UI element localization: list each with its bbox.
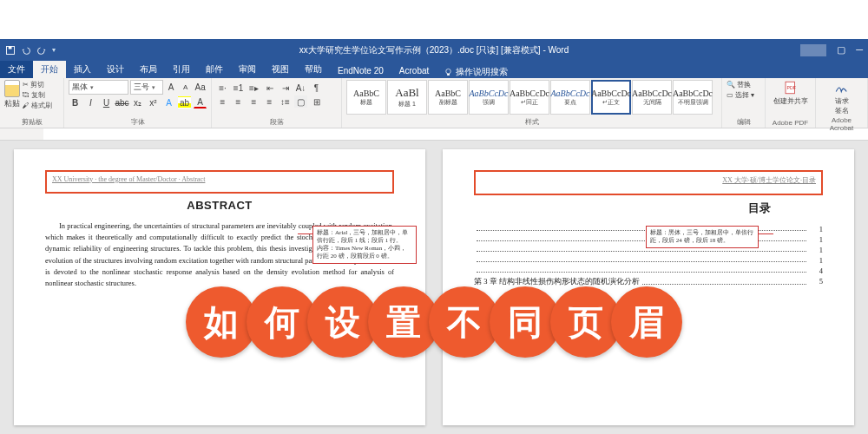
increase-indent-icon[interactable]: ⇥ — [279, 82, 292, 94]
font-color-icon[interactable]: A — [194, 96, 207, 108]
grow-font-icon[interactable]: A — [165, 82, 178, 94]
page1-header-text: XX University · the degree of Master/Doc… — [52, 175, 387, 183]
qat-more-icon[interactable]: ▾ — [52, 46, 56, 54]
multilevel-icon[interactable]: ≡▸ — [247, 82, 260, 94]
tell-me[interactable]: 操作说明搜索 — [444, 66, 508, 78]
group-paragraph: ≡· ≡1 ≡▸ ⇤ ⇥ A↓ ¶ ≡ ≡ ≡ ≡ ↕≡ ▢ ⊞ 段落 — [212, 78, 342, 128]
redo-icon[interactable] — [36, 45, 47, 56]
font-size-combo[interactable]: 三号▾ — [130, 80, 163, 95]
style-↵回正[interactable]: AaBbCcDc↵回正 — [510, 80, 549, 115]
shrink-font-icon[interactable]: A — [179, 82, 192, 94]
style-标题 1[interactable]: AaBl标题 1 — [387, 80, 427, 115]
tab-endnote[interactable]: EndNote 20 — [330, 63, 391, 78]
page1-header-highlight: XX University · the degree of Master/Doc… — [45, 170, 394, 194]
select-button[interactable]: ▭ 选择▾ — [727, 90, 760, 100]
tell-me-label: 操作说明搜索 — [456, 66, 508, 78]
page2-header-highlight: XX 大学·硕/博士学位论文·目录 — [474, 170, 823, 195]
page2-header-text: XX 大学·硕/博士学位论文·目录 — [481, 175, 816, 185]
page-1: XX University · the degree of Master/Doc… — [14, 149, 425, 425]
tab-home[interactable]: 开始 — [33, 61, 66, 78]
group-paragraph-label: 段落 — [216, 116, 337, 127]
style-副标题[interactable]: AaBbC副标题 — [428, 80, 468, 115]
save-icon[interactable] — [5, 45, 16, 56]
subscript-button[interactable]: x₂ — [131, 96, 144, 108]
tab-mailings[interactable]: 邮件 — [198, 61, 231, 78]
group-styles: AaBbC标题AaBl标题 1AaBbC副标题AaBbCcDc强调AaBbCcD… — [342, 78, 722, 128]
lightbulb-icon — [444, 68, 453, 77]
tab-design[interactable]: 设计 — [99, 61, 132, 78]
style-标题[interactable]: AaBbC标题 — [346, 80, 386, 115]
svg-rect-3 — [447, 73, 450, 75]
bold-button[interactable]: B — [69, 96, 82, 108]
borders-icon[interactable]: ⊞ — [310, 95, 323, 108]
copy-button[interactable]: ⿻ 复制 — [23, 90, 52, 100]
group-clipboard: 粘贴 ✂ 剪切 ⿻ 复制 🖌 格式刷 剪贴板 — [0, 78, 64, 128]
group-editing: 🔍 替换 ▭ 选择▾ 编辑 — [722, 78, 766, 128]
paste-button[interactable]: 粘贴 — [4, 80, 20, 110]
group-acrobat-label: Adobe Acrobat — [820, 115, 863, 132]
style-无间隔[interactable]: AaBbCcDc无间隔 — [632, 80, 672, 115]
horizontal-ruler[interactable] — [0, 128, 868, 141]
signature-icon — [834, 80, 850, 95]
align-left-icon[interactable]: ≡ — [216, 95, 229, 108]
cut-button[interactable]: ✂ 剪切 — [23, 80, 52, 89]
undo-icon[interactable] — [21, 45, 31, 56]
bullets-icon[interactable]: ≡· — [216, 82, 229, 94]
styles-gallery[interactable]: AaBbC标题AaBl标题 1AaBbC副标题AaBbCcDc强调AaBbCcD… — [346, 80, 717, 115]
text-effect-icon[interactable]: A — [162, 96, 175, 108]
toc-entry: 第 3 章 结构非线性损伤构形状态的随机演化分析5 — [474, 277, 823, 287]
svg-rect-1 — [9, 46, 12, 49]
tab-insert[interactable]: 插入 — [66, 61, 99, 78]
ribbon-options-icon[interactable]: ▢ — [837, 44, 845, 56]
align-right-icon[interactable]: ≡ — [247, 95, 260, 108]
italic-button[interactable]: I — [84, 96, 97, 108]
pdf-share-icon: PDF — [783, 80, 799, 95]
style-↵正文[interactable]: AaBbCcDc↵正文 — [591, 80, 631, 115]
tab-view[interactable]: 视图 — [264, 61, 297, 78]
group-font: 黑体▾ 三号▾ A A Aa B I U abc x₂ x² A ab A 字体 — [64, 78, 212, 128]
tab-help[interactable]: 帮助 — [297, 61, 330, 78]
page1-callout: 标题：Arial，三号，加粗居中，单倍行距，段后 1 线；段后 1 行。 内容：… — [312, 226, 417, 264]
replace-button[interactable]: 🔍 替换 — [727, 80, 760, 89]
svg-point-2 — [446, 69, 451, 74]
toc-entry: 4 — [474, 266, 823, 275]
toc-entry: 1 — [474, 256, 823, 265]
style-要点[interactable]: AaBbCcDc要点 — [550, 80, 590, 115]
tab-layout[interactable]: 布局 — [132, 61, 165, 78]
group-font-label: 字体 — [69, 116, 207, 127]
group-adobe-label: Adobe PDF — [770, 118, 811, 127]
document-area[interactable]: XX University · the degree of Master/Doc… — [0, 141, 868, 434]
tab-review[interactable]: 审阅 — [231, 61, 264, 78]
numbering-icon[interactable]: ≡1 — [232, 82, 245, 94]
ribbon: 粘贴 ✂ 剪切 ⿻ 复制 🖌 格式刷 剪贴板 黑体▾ 三号▾ A A Aa B … — [0, 78, 868, 128]
ribbon-tabs: 文件 开始 插入 设计 布局 引用 邮件 审阅 视图 帮助 EndNote 20… — [0, 61, 868, 78]
sort-icon[interactable]: A↓ — [294, 82, 307, 94]
clear-format-icon[interactable]: Aa — [194, 82, 207, 94]
group-clipboard-label: 剪贴板 — [4, 116, 59, 127]
align-center-icon[interactable]: ≡ — [232, 95, 245, 108]
highlight-icon[interactable]: ab — [178, 96, 191, 108]
format-painter-button[interactable]: 🖌 格式刷 — [23, 101, 52, 110]
show-marks-icon[interactable]: ¶ — [310, 82, 323, 94]
create-share-pdf-button[interactable]: PDF 创建并共享 — [770, 80, 811, 106]
quick-access-toolbar: ▾ — [5, 45, 56, 56]
request-sign-button[interactable]: 请求 签名 — [820, 80, 863, 115]
line-spacing-icon[interactable]: ↕≡ — [279, 95, 292, 108]
style-强调[interactable]: AaBbCcDc强调 — [469, 80, 509, 115]
tab-file[interactable]: 文件 — [0, 61, 33, 78]
tab-acrobat[interactable]: Acrobat — [391, 63, 437, 78]
account-block[interactable] — [800, 44, 826, 56]
justify-icon[interactable]: ≡ — [263, 95, 276, 108]
underline-button[interactable]: U — [100, 96, 113, 108]
page2-callout: 标题：黑体，三号，加粗居中，单倍行距，段后 24 磅，段后 18 磅。 — [646, 226, 759, 248]
decrease-indent-icon[interactable]: ⇤ — [263, 82, 276, 94]
minimize-icon[interactable]: ─ — [856, 44, 863, 56]
shading-icon[interactable]: ▢ — [294, 95, 307, 108]
strike-button[interactable]: abc — [115, 96, 128, 108]
font-family-combo[interactable]: 黑体▾ — [69, 80, 128, 95]
style-不明显强调[interactable]: AaBbCcDc不明显强调 — [673, 80, 713, 115]
superscript-button[interactable]: x² — [147, 96, 160, 108]
paste-icon — [4, 80, 20, 97]
svg-text:PDF: PDF — [786, 85, 796, 90]
tab-references[interactable]: 引用 — [165, 61, 198, 78]
